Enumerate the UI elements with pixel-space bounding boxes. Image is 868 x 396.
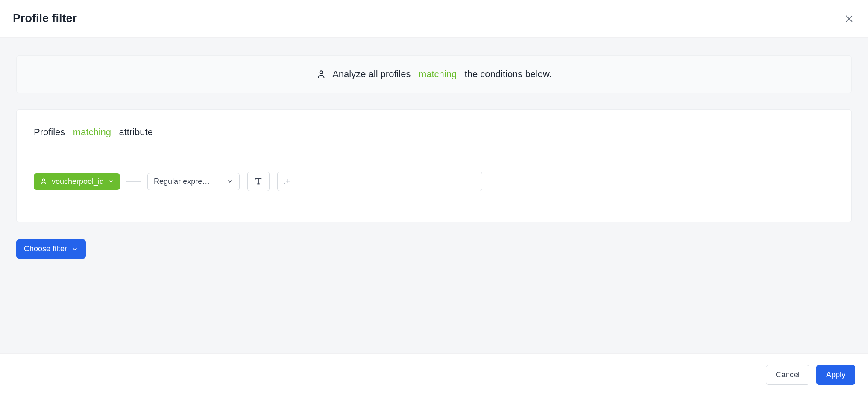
page-title: Profile filter: [13, 12, 77, 25]
header: Profile filter: [0, 0, 868, 38]
content-area: Analyze all profiles matching the condit…: [0, 38, 868, 355]
type-indicator[interactable]: [247, 172, 270, 191]
profile-icon: [316, 69, 326, 79]
filter-banner: Analyze all profiles matching the condit…: [16, 55, 852, 93]
chevron-down-icon: [108, 178, 114, 184]
choose-filter-button[interactable]: Choose filter: [16, 239, 86, 259]
connector-line: [126, 181, 141, 182]
operator-label: Regular expre…: [154, 177, 222, 186]
condition-title-suffix: attribute: [119, 127, 153, 137]
close-button[interactable]: [843, 13, 855, 25]
apply-button[interactable]: Apply: [816, 365, 855, 385]
close-icon: [845, 14, 854, 23]
condition-title: Profiles matching attribute: [34, 127, 834, 155]
operator-select[interactable]: Regular expre…: [147, 173, 240, 190]
banner-prefix: Analyze all profiles: [332, 69, 411, 79]
svg-point-2: [320, 71, 323, 73]
condition-card: Profiles matching attribute voucherpool_…: [16, 109, 852, 222]
chevron-down-icon: [226, 178, 233, 185]
condition-title-matching: matching: [73, 127, 111, 137]
footer: Cancel Apply: [0, 353, 868, 396]
condition-title-prefix: Profiles: [34, 127, 65, 137]
banner-matching: matching: [419, 69, 457, 79]
attribute-chip-label: voucherpool_id: [52, 177, 104, 186]
svg-point-3: [43, 179, 45, 181]
banner-suffix: the conditions below.: [465, 69, 552, 79]
choose-filter-label: Choose filter: [24, 245, 67, 253]
chevron-down-icon: [71, 246, 78, 253]
banner-text: Analyze all profiles matching the condit…: [332, 69, 552, 80]
value-input[interactable]: [277, 172, 482, 191]
cancel-button[interactable]: Cancel: [766, 365, 809, 385]
profile-icon: [40, 178, 47, 185]
text-type-icon: [254, 177, 263, 186]
attribute-chip[interactable]: voucherpool_id: [34, 173, 120, 190]
condition-row: voucherpool_id Regular expre…: [34, 172, 834, 191]
